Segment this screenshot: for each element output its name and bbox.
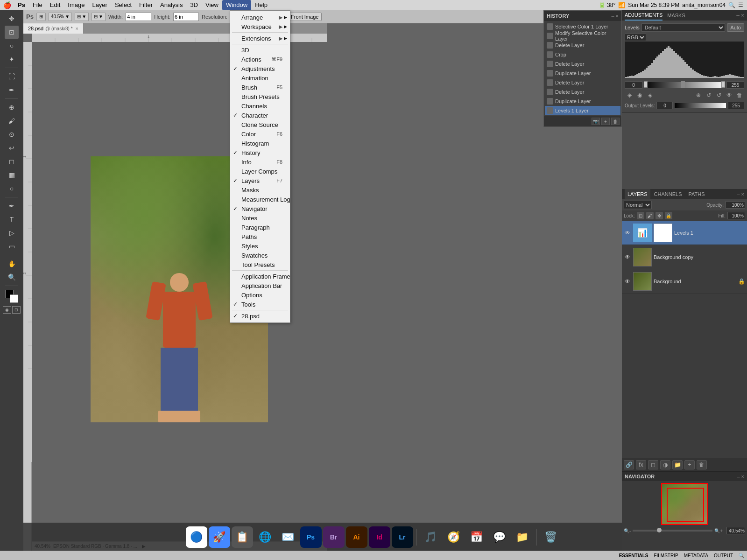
- lock-image-pixels[interactable]: 🖌: [646, 212, 654, 219]
- history-item-0[interactable]: Selective Color 1 Layer: [545, 22, 620, 31]
- menu-styles[interactable]: Styles: [230, 241, 290, 251]
- dock-chrome[interactable]: 🌐: [254, 526, 276, 548]
- history-item-5[interactable]: Duplicate Layer: [545, 69, 620, 78]
- menubar-window[interactable]: Window: [222, 0, 251, 10]
- nav-slider-handle[interactable]: [657, 528, 662, 532]
- dock-trash[interactable]: 🗑️: [540, 526, 562, 548]
- close-doc-icon[interactable]: ×: [76, 26, 78, 31]
- adj-eyedropper-white[interactable]: ◈: [645, 91, 655, 100]
- history-item-3[interactable]: Crop: [545, 50, 620, 59]
- search-taskbar-icon[interactable]: 🔍: [739, 553, 744, 558]
- menu-masks[interactable]: Masks: [230, 185, 290, 195]
- menubar-ps[interactable]: Ps: [14, 0, 29, 10]
- menubar-analysis[interactable]: Analysis: [156, 0, 186, 10]
- menu-arrange[interactable]: Arrange▶: [230, 13, 290, 22]
- white-point-input[interactable]: [726, 81, 744, 89]
- adj-visibility-icon[interactable]: 👁: [725, 91, 734, 100]
- menu-extensions[interactable]: Extensions▶: [230, 34, 290, 43]
- menu-28psd[interactable]: 28.psd: [230, 311, 290, 321]
- doc-tab-28psd[interactable]: 28.psd @ (mask/8) * ×: [23, 23, 84, 34]
- history-collapse-icon[interactable]: –: [611, 13, 614, 19]
- canvas-size-display[interactable]: ⊞ ▼: [75, 13, 89, 21]
- adj-preset-select[interactable]: Default: [641, 23, 726, 32]
- blend-mode-select[interactable]: Normal Multiply Screen Overlay: [624, 201, 652, 209]
- tab-adjustments[interactable]: ADJUSTMENTS: [625, 10, 662, 21]
- layers-close-icon[interactable]: ×: [741, 191, 744, 197]
- nav-zoom-slider[interactable]: [633, 530, 712, 532]
- search-icon[interactable]: 🔍: [728, 2, 735, 8]
- link-layers-button[interactable]: 🔗: [624, 460, 634, 469]
- dock-messages[interactable]: 💬: [489, 526, 510, 548]
- menubar-help[interactable]: Help: [251, 0, 271, 10]
- type-tool[interactable]: T: [5, 213, 19, 226]
- dock-app1[interactable]: 📋: [232, 526, 253, 548]
- adj-reset-icon[interactable]: ↺: [714, 91, 724, 100]
- path-select-tool[interactable]: ▷: [5, 226, 19, 239]
- channel-select[interactable]: RGB: [625, 34, 646, 41]
- menu-app-frame[interactable]: Application Frame: [230, 272, 290, 281]
- menu-paths[interactable]: Paths: [230, 232, 290, 241]
- new-layer-button[interactable]: +: [684, 460, 695, 469]
- layers-collapse-icon[interactable]: –: [737, 191, 740, 197]
- menu-color[interactable]: ColorF6: [230, 129, 290, 139]
- output-black-input[interactable]: [656, 102, 673, 109]
- history-item-4[interactable]: Delete Layer: [545, 59, 620, 69]
- menu-options[interactable]: Options: [230, 290, 290, 300]
- add-mask-button[interactable]: ◻: [648, 460, 658, 469]
- tab-paths[interactable]: PATHS: [686, 189, 708, 199]
- menu-tools[interactable]: Tools: [230, 300, 290, 309]
- history-brush-tool[interactable]: ↩: [5, 141, 19, 154]
- shape-tool[interactable]: ▭: [5, 240, 19, 253]
- zoom-display[interactable]: 40.5% ▼: [49, 13, 72, 21]
- menu-measurement-log[interactable]: Measurement Log: [230, 195, 290, 204]
- taskbar-filmstrip[interactable]: FILMSTRIP: [654, 553, 678, 558]
- nav-close-icon[interactable]: ×: [741, 474, 744, 479]
- dock-br[interactable]: Br: [323, 526, 345, 548]
- dock-mail[interactable]: ✉️: [277, 526, 299, 548]
- layer-eye-levels1[interactable]: 👁: [624, 229, 631, 237]
- dodge-tool[interactable]: ○: [5, 182, 19, 195]
- adj-auto-button[interactable]: Auto: [727, 23, 744, 32]
- layer-eye-bg[interactable]: 👁: [624, 278, 631, 285]
- dock-ai[interactable]: Ai: [346, 526, 367, 548]
- magic-wand-tool[interactable]: ✦: [5, 53, 19, 66]
- menu-histogram[interactable]: Histogram: [230, 139, 290, 148]
- background-color[interactable]: [10, 294, 18, 303]
- menu-paragraph[interactable]: Paragraph: [230, 223, 290, 232]
- width-input[interactable]: [126, 13, 151, 21]
- menubar-edit[interactable]: Edit: [46, 0, 64, 10]
- adj-delete-icon[interactable]: 🗑: [735, 91, 744, 100]
- menu-actions[interactable]: Actions⌘F9: [230, 55, 290, 64]
- tab-layers[interactable]: LAYERS: [625, 189, 650, 199]
- layer-row-bg[interactable]: 👁 Background 🔒: [622, 269, 747, 294]
- adj-panel-close[interactable]: ×: [741, 12, 744, 19]
- apple-menu[interactable]: 🍎: [0, 1, 14, 9]
- dock-ps[interactable]: Ps: [300, 526, 322, 548]
- move-tool[interactable]: ✥: [5, 12, 19, 25]
- menu-layers[interactable]: LayersF7: [230, 176, 290, 185]
- delete-layer-button[interactable]: 🗑: [697, 460, 707, 469]
- menu-character[interactable]: Character: [230, 111, 290, 120]
- history-close-icon[interactable]: ×: [616, 13, 619, 19]
- menu-info[interactable]: InfoF8: [230, 157, 290, 167]
- marquee-tool[interactable]: ⊡: [5, 26, 19, 39]
- menu-app-bar[interactable]: Application Bar: [230, 281, 290, 290]
- menubar-file[interactable]: File: [29, 0, 46, 10]
- history-item-2[interactable]: Delete Layer: [545, 41, 620, 50]
- menubar-view[interactable]: View: [202, 0, 222, 10]
- zoom-tool[interactable]: 🔍: [5, 271, 19, 284]
- dock-finder[interactable]: 🔵: [186, 526, 207, 548]
- menu-icon[interactable]: ☰: [738, 2, 743, 8]
- menubar-layer[interactable]: Layer: [88, 0, 111, 10]
- white-handle[interactable]: [721, 81, 725, 88]
- output-slider[interactable]: [675, 103, 726, 108]
- tab-channels[interactable]: CHANNELS: [651, 189, 685, 199]
- brush-tool[interactable]: 🖌: [5, 114, 19, 127]
- layer-row-levels1[interactable]: 👁 📊 Levels 1: [622, 221, 747, 245]
- clone-tool[interactable]: ⊙: [5, 128, 19, 141]
- menubar-image[interactable]: Image: [64, 0, 88, 10]
- taskbar-essentials[interactable]: ESSENTIALS: [619, 553, 648, 558]
- adj-panel-collapse[interactable]: –: [736, 12, 740, 19]
- taskbar-metadata[interactable]: METADATA: [684, 553, 708, 558]
- gradient-tool[interactable]: ▦: [5, 168, 19, 182]
